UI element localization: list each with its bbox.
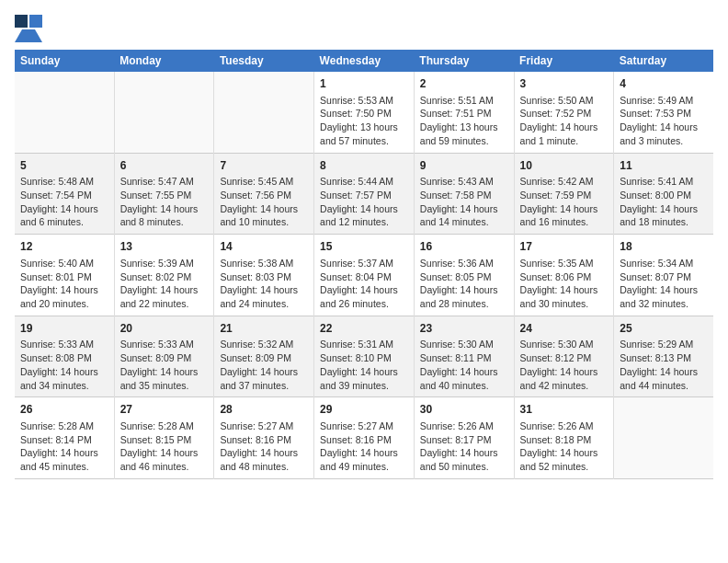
page-header: [15, 15, 713, 40]
svg-rect-0: [15, 15, 28, 28]
day-number: 22: [320, 321, 408, 337]
day-number: 3: [520, 76, 609, 92]
calendar-cell: [114, 72, 214, 153]
day-number: 4: [620, 76, 708, 92]
calendar-cell: [214, 72, 314, 153]
svg-rect-1: [29, 15, 42, 28]
calendar-cell: 26Sunrise: 5:28 AM Sunset: 8:14 PM Dayli…: [15, 397, 114, 479]
day-info: Sunrise: 5:31 AM Sunset: 8:10 PM Dayligh…: [320, 338, 408, 392]
day-info: Sunrise: 5:38 AM Sunset: 8:03 PM Dayligh…: [220, 257, 308, 311]
day-number: 8: [320, 158, 408, 174]
day-number: 16: [420, 239, 508, 255]
calendar-cell: 21Sunrise: 5:32 AM Sunset: 8:09 PM Dayli…: [214, 316, 314, 397]
day-info: Sunrise: 5:30 AM Sunset: 8:11 PM Dayligh…: [420, 338, 508, 392]
day-number: 15: [320, 239, 408, 255]
calendar-cell: 20Sunrise: 5:33 AM Sunset: 8:09 PM Dayli…: [114, 316, 214, 397]
day-info: Sunrise: 5:47 AM Sunset: 7:55 PM Dayligh…: [120, 175, 209, 229]
day-number: 19: [20, 321, 108, 337]
day-header-thursday: Thursday: [414, 50, 514, 72]
calendar-cell: 29Sunrise: 5:27 AM Sunset: 8:16 PM Dayli…: [314, 397, 415, 479]
day-info: Sunrise: 5:27 AM Sunset: 8:16 PM Dayligh…: [320, 419, 408, 474]
day-info: Sunrise: 5:26 AM Sunset: 8:18 PM Dayligh…: [520, 419, 609, 474]
day-info: Sunrise: 5:41 AM Sunset: 8:00 PM Dayligh…: [620, 175, 708, 229]
calendar-cell: 31Sunrise: 5:26 AM Sunset: 8:18 PM Dayli…: [514, 397, 614, 479]
day-number: 5: [20, 158, 108, 174]
calendar-header-row: SundayMondayTuesdayWednesdayThursdayFrid…: [15, 50, 713, 72]
day-info: Sunrise: 5:30 AM Sunset: 8:12 PM Dayligh…: [520, 338, 609, 392]
calendar-cell: 28Sunrise: 5:27 AM Sunset: 8:16 PM Dayli…: [214, 397, 314, 479]
day-number: 30: [420, 402, 508, 418]
day-info: Sunrise: 5:35 AM Sunset: 8:06 PM Dayligh…: [520, 257, 609, 311]
calendar-cell: 22Sunrise: 5:31 AM Sunset: 8:10 PM Dayli…: [314, 316, 415, 397]
calendar-cell: 24Sunrise: 5:30 AM Sunset: 8:12 PM Dayli…: [514, 316, 614, 397]
day-info: Sunrise: 5:42 AM Sunset: 7:59 PM Dayligh…: [520, 175, 609, 229]
calendar-cell: [614, 397, 713, 479]
calendar-cell: 9Sunrise: 5:43 AM Sunset: 7:58 PM Daylig…: [414, 153, 514, 235]
calendar-cell: 19Sunrise: 5:33 AM Sunset: 8:08 PM Dayli…: [15, 316, 114, 397]
day-info: Sunrise: 5:39 AM Sunset: 8:02 PM Dayligh…: [120, 257, 209, 311]
day-info: Sunrise: 5:36 AM Sunset: 8:05 PM Dayligh…: [420, 257, 508, 311]
calendar-cell: 23Sunrise: 5:30 AM Sunset: 8:11 PM Dayli…: [414, 316, 514, 397]
day-number: 11: [620, 158, 708, 174]
day-number: 7: [220, 158, 308, 174]
day-number: 9: [420, 158, 508, 174]
day-number: 12: [20, 239, 108, 255]
day-info: Sunrise: 5:27 AM Sunset: 8:16 PM Dayligh…: [220, 419, 308, 474]
calendar-cell: 12Sunrise: 5:40 AM Sunset: 8:01 PM Dayli…: [15, 235, 114, 316]
logo-icon: [15, 15, 40, 40]
day-info: Sunrise: 5:29 AM Sunset: 8:13 PM Dayligh…: [620, 338, 708, 392]
calendar-cell: 2Sunrise: 5:51 AM Sunset: 7:51 PM Daylig…: [414, 72, 514, 153]
day-info: Sunrise: 5:34 AM Sunset: 8:07 PM Dayligh…: [620, 257, 708, 311]
day-number: 13: [120, 239, 209, 255]
day-number: 20: [120, 321, 209, 337]
calendar-cell: 6Sunrise: 5:47 AM Sunset: 7:55 PM Daylig…: [114, 153, 214, 235]
day-number: 28: [220, 402, 308, 418]
svg-marker-2: [15, 29, 42, 42]
calendar-cell: 27Sunrise: 5:28 AM Sunset: 8:15 PM Dayli…: [114, 397, 214, 479]
calendar-cell: 15Sunrise: 5:37 AM Sunset: 8:04 PM Dayli…: [314, 235, 415, 316]
week-row-4: 19Sunrise: 5:33 AM Sunset: 8:08 PM Dayli…: [15, 316, 713, 397]
day-number: 26: [20, 402, 108, 418]
day-number: 17: [520, 239, 609, 255]
day-header-saturday: Saturday: [614, 50, 713, 72]
day-info: Sunrise: 5:26 AM Sunset: 8:17 PM Dayligh…: [420, 419, 508, 474]
day-number: 18: [620, 239, 708, 255]
day-info: Sunrise: 5:51 AM Sunset: 7:51 PM Dayligh…: [420, 94, 508, 148]
day-info: Sunrise: 5:50 AM Sunset: 7:52 PM Dayligh…: [520, 94, 609, 148]
calendar-cell: 14Sunrise: 5:38 AM Sunset: 8:03 PM Dayli…: [214, 235, 314, 316]
calendar-cell: 4Sunrise: 5:49 AM Sunset: 7:53 PM Daylig…: [614, 72, 713, 153]
calendar-table: SundayMondayTuesdayWednesdayThursdayFrid…: [15, 50, 713, 479]
day-header-monday: Monday: [114, 50, 214, 72]
calendar-cell: 3Sunrise: 5:50 AM Sunset: 7:52 PM Daylig…: [514, 72, 614, 153]
calendar-cell: 17Sunrise: 5:35 AM Sunset: 8:06 PM Dayli…: [514, 235, 614, 316]
day-number: 27: [120, 402, 209, 418]
day-number: 23: [420, 321, 508, 337]
day-number: 24: [520, 321, 609, 337]
day-info: Sunrise: 5:37 AM Sunset: 8:04 PM Dayligh…: [320, 257, 408, 311]
calendar-cell: 7Sunrise: 5:45 AM Sunset: 7:56 PM Daylig…: [214, 153, 314, 235]
calendar-cell: 18Sunrise: 5:34 AM Sunset: 8:07 PM Dayli…: [614, 235, 713, 316]
day-info: Sunrise: 5:33 AM Sunset: 8:08 PM Dayligh…: [20, 338, 108, 392]
day-info: Sunrise: 5:53 AM Sunset: 7:50 PM Dayligh…: [320, 94, 408, 148]
calendar-cell: 8Sunrise: 5:44 AM Sunset: 7:57 PM Daylig…: [314, 153, 415, 235]
day-number: 6: [120, 158, 209, 174]
day-number: 2: [420, 76, 508, 92]
week-row-5: 26Sunrise: 5:28 AM Sunset: 8:14 PM Dayli…: [15, 397, 713, 479]
day-number: 25: [620, 321, 708, 337]
calendar-cell: [15, 72, 114, 153]
day-info: Sunrise: 5:49 AM Sunset: 7:53 PM Dayligh…: [620, 94, 708, 148]
day-number: 14: [220, 239, 308, 255]
day-info: Sunrise: 5:32 AM Sunset: 8:09 PM Dayligh…: [220, 338, 308, 392]
day-header-tuesday: Tuesday: [214, 50, 314, 72]
day-info: Sunrise: 5:44 AM Sunset: 7:57 PM Dayligh…: [320, 175, 408, 229]
day-number: 29: [320, 402, 408, 418]
week-row-1: 1Sunrise: 5:53 AM Sunset: 7:50 PM Daylig…: [15, 72, 713, 153]
calendar-cell: 25Sunrise: 5:29 AM Sunset: 8:13 PM Dayli…: [614, 316, 713, 397]
calendar-cell: 10Sunrise: 5:42 AM Sunset: 7:59 PM Dayli…: [514, 153, 614, 235]
day-number: 21: [220, 321, 308, 337]
calendar-cell: 13Sunrise: 5:39 AM Sunset: 8:02 PM Dayli…: [114, 235, 214, 316]
day-info: Sunrise: 5:40 AM Sunset: 8:01 PM Dayligh…: [20, 257, 108, 311]
calendar-cell: 1Sunrise: 5:53 AM Sunset: 7:50 PM Daylig…: [314, 72, 415, 153]
day-header-wednesday: Wednesday: [314, 50, 415, 72]
day-info: Sunrise: 5:43 AM Sunset: 7:58 PM Dayligh…: [420, 175, 508, 229]
